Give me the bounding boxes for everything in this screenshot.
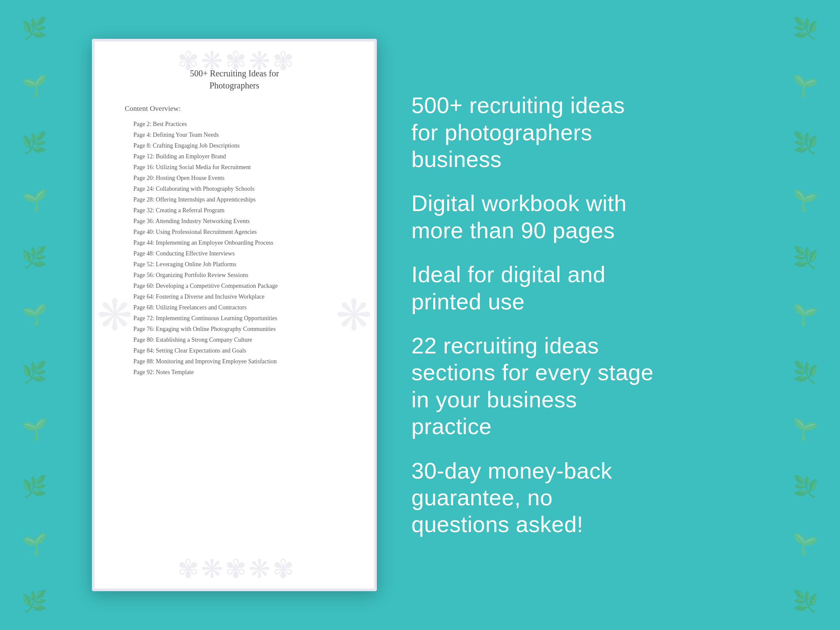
floral-sprig: 🌿 (793, 133, 818, 154)
toc-page-number: Page 12: (133, 153, 155, 160)
floral-sprig: 🌱 (22, 305, 47, 325)
toc-page-number: Page 88: (133, 358, 155, 365)
floral-sprig: 🌱 (22, 419, 47, 440)
toc-topic: Fostering a Diverse and Inclusive Workpl… (156, 293, 265, 300)
toc-item: Page 80: Establishing a Strong Company C… (125, 336, 344, 344)
feature-block-4: 22 recruiting ideas sections for every s… (411, 332, 714, 440)
floral-sprig: 🌱 (22, 190, 47, 211)
floral-border-right: 🌿 🌱 🌿 🌱 🌿 🌱 🌿 🌱 🌿 🌱 🌿 (771, 0, 840, 630)
toc-topic: Utilizing Social Media for Recruitment (156, 164, 251, 170)
feature-text-5: 30-day money-back guarantee, no question… (411, 457, 714, 538)
document-mockup: ✾ ❋ ✾ ❋ ✾ ❋ ❋ 500+ Recruiting Ideas for … (92, 39, 377, 591)
toc-item: Page 56: Organizing Portfolio Review Ses… (125, 271, 344, 280)
floral-sprig: 🌱 (22, 534, 47, 554)
toc-item: Page 20: Hosting Open House Events (125, 174, 344, 183)
toc-page-number: Page 48: (133, 250, 155, 257)
feature-text-3: Ideal for digital and printed use (411, 261, 714, 315)
toc-topic: Conducting Effective Interviews (156, 250, 234, 257)
feature-block-3: Ideal for digital and printed use (411, 261, 714, 315)
toc-item: Page 84: Setting Clear Expectations and … (125, 346, 344, 355)
toc-page-number: Page 72: (133, 315, 155, 321)
floral-sprig: 🌿 (793, 591, 818, 612)
floral-sprig: 🌿 (22, 133, 47, 154)
floral-sprig: 🌿 (793, 18, 818, 39)
toc-item: Page 8: Crafting Engaging Job Descriptio… (125, 142, 344, 150)
floral-sprig: 🌱 (793, 76, 818, 96)
section-header: Content Overview: (125, 104, 344, 113)
doc-decor-bottom: ✾ ❋ ✾ ❋ ✾ (177, 554, 292, 584)
doc-decor-top: ✾ ❋ ✾ ❋ ✾ (177, 46, 292, 76)
toc-topic: Notes Template (156, 369, 194, 375)
toc-topic: Offering Internships and Apprenticeships (156, 196, 256, 203)
toc-page-number: Page 84: (133, 347, 155, 354)
feature-block-2: Digital workbook with more than 90 pages (411, 190, 714, 244)
floral-sprig: 🌱 (22, 76, 47, 96)
toc-item: Page 16: Utilizing Social Media for Recr… (125, 163, 344, 172)
toc-page-number: Page 24: (133, 186, 155, 192)
feature-text-2: Digital workbook with more than 90 pages (411, 190, 714, 244)
toc-topic: Collaborating with Photography Schools (156, 186, 254, 192)
feature-block-5: 30-day money-back guarantee, no question… (411, 457, 714, 538)
toc-item: Page 12: Building an Employer Brand (125, 152, 344, 161)
toc-page-number: Page 40: (133, 229, 155, 235)
features-panel: 500+ recruiting ideas for photographers … (411, 92, 748, 538)
toc-topic: Establishing a Strong Company Culture (156, 337, 252, 343)
toc-item: Page 2: Best Practices (125, 120, 344, 129)
toc-page-number: Page 56: (133, 272, 155, 278)
toc-topic: Defining Your Team Needs (153, 132, 219, 138)
toc-topic: Monitoring and Improving Employee Satisf… (156, 358, 277, 365)
floral-sprig: 🌱 (793, 419, 818, 440)
floral-sprig: 🌿 (793, 476, 818, 497)
floral-sprig: 🌿 (22, 591, 47, 612)
doc-decor-right: ❋ (336, 290, 372, 340)
toc-page-number: Page 8: (133, 142, 152, 149)
toc-topic: Best Practices (153, 121, 187, 127)
floral-sprig: 🌿 (22, 362, 47, 383)
toc-item: Page 68: Utilizing Freelancers and Contr… (125, 303, 344, 312)
toc-page-number: Page 2: (133, 121, 152, 127)
toc-page-number: Page 44: (133, 239, 155, 246)
toc-item: Page 76: Engaging with Online Photograph… (125, 325, 344, 334)
toc-page-number: Page 28: (133, 196, 155, 203)
toc-item: Page 88: Monitoring and Improving Employ… (125, 357, 344, 366)
toc-topic: Implementing an Employee Onboarding Proc… (156, 239, 273, 246)
toc-topic: Engaging with Online Photography Communi… (156, 326, 276, 332)
toc-item: Page 4: Defining Your Team Needs (125, 131, 344, 139)
floral-sprig: 🌿 (22, 476, 47, 497)
toc-item: Page 72: Implementing Continuous Learnin… (125, 314, 344, 323)
toc-topic: Implementing Continuous Learning Opportu… (156, 315, 277, 321)
toc-item: Page 64: Fostering a Diverse and Inclusi… (125, 293, 344, 301)
toc-page-number: Page 32: (133, 207, 155, 214)
toc-topic: Developing a Competitive Compensation Pa… (156, 283, 278, 289)
main-content: ✾ ❋ ✾ ❋ ✾ ❋ ❋ 500+ Recruiting Ideas for … (75, 0, 765, 630)
toc-topic: Using Professional Recruitment Agencies (156, 229, 257, 235)
toc-item: Page 28: Offering Internships and Appren… (125, 195, 344, 204)
floral-sprig: 🌿 (22, 18, 47, 39)
toc-topic: Attending Industry Networking Events (155, 218, 249, 224)
toc-topic: Building an Employer Brand (156, 153, 226, 160)
toc-item: Page 92: Notes Template (125, 368, 344, 377)
floral-sprig: 🌱 (793, 534, 818, 554)
toc-page-number: Page 4: (133, 132, 152, 138)
toc-item: Page 24: Collaborating with Photography … (125, 185, 344, 193)
toc-item: Page 44: Implementing an Employee Onboar… (125, 239, 344, 247)
toc-page-number: Page 16: (133, 164, 155, 170)
toc-page-number: Page 52: (133, 261, 155, 268)
feature-text-1: 500+ recruiting ideas for photographers … (411, 92, 714, 173)
floral-sprig: 🌿 (793, 362, 818, 383)
toc-page-number: Page 68: (133, 304, 155, 311)
toc-page-number: Page 20: (133, 175, 155, 181)
toc-page-number: Page 80: (133, 337, 155, 343)
toc-topic: Hosting Open House Events (156, 175, 224, 181)
toc-page-number: Page 92: (133, 369, 155, 375)
toc-topic: Creating a Referral Program (156, 207, 224, 214)
floral-border-left: 🌿 🌱 🌿 🌱 🌿 🌱 🌿 🌱 🌿 🌱 🌿 (0, 0, 69, 630)
toc-topic: Leveraging Online Job Platforms (156, 261, 236, 268)
toc-item: Page 32: Creating a Referral Program (125, 206, 344, 215)
toc-page-number: Page 64: (133, 293, 155, 300)
table-of-contents: Page 2: Best PracticesPage 4: Defining Y… (125, 120, 344, 377)
toc-item: Page 60: Developing a Competitive Compen… (125, 282, 344, 290)
toc-page-number: Page 36: (133, 218, 155, 224)
toc-item: Page 48: Conducting Effective Interviews (125, 249, 344, 258)
toc-topic: Organizing Portfolio Review Sessions (156, 272, 248, 278)
